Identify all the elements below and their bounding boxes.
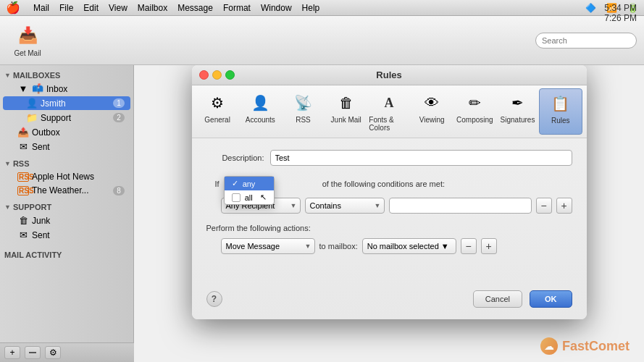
condition-op-arrow: ▼ [375, 202, 381, 209]
minimize-button[interactable] [212, 70, 222, 80]
fastcomet-logo: ☁ [540, 337, 558, 355]
menubar-file[interactable]: File [59, 3, 73, 13]
mailboxes-group[interactable]: ▼ MAILBOXES [0, 68, 133, 81]
sidebar-item-junk[interactable]: 🗑 Junk [3, 214, 130, 227]
remove-mailbox-button[interactable] [25, 346, 41, 359]
mailbox-selector-arrow: ▼ [441, 242, 449, 251]
rss-group[interactable]: ▼ RSS [0, 156, 133, 169]
sidebar-item-inbox[interactable]: ▼ 📫 Inbox [3, 82, 130, 96]
sidebar-item-weather[interactable]: RSS The Weather... 8 [3, 184, 130, 197]
sidebar-item-outbox[interactable]: 📤 Outbox [3, 125, 130, 139]
action-type-arrow: ▼ [305, 243, 311, 250]
dialog-body: Description: If ✓ any [192, 138, 587, 283]
junk-label: Junk [32, 216, 125, 226]
sidebar-item-apple-hot-news[interactable]: RSS Apple Hot News [3, 170, 130, 183]
description-label: Description: [206, 153, 264, 162]
help-button[interactable]: ? [206, 291, 222, 307]
apple-hot-news-label: Apple Hot News [32, 172, 125, 182]
close-button[interactable] [199, 70, 209, 80]
remove-condition-button[interactable]: − [536, 198, 552, 214]
add-action-button[interactable]: + [481, 238, 497, 254]
general-icon: ⚙ [206, 91, 229, 114]
add-mailbox-button[interactable]: + [4, 346, 20, 359]
sidebar-item-sent[interactable]: ✉ Sent [3, 140, 130, 153]
rss-icon: RSS [17, 172, 29, 182]
tab-rss[interactable]: 📡 RSS [282, 88, 325, 135]
mail-activity-header: MAIL ACTIVITY [4, 251, 62, 259]
rss-header: RSS [13, 159, 30, 168]
any-all-dropdown[interactable]: ✓ any all ↖ [224, 176, 275, 205]
cursor-icon: ↖ [260, 193, 267, 202]
jsmith-label: Jsmith [41, 98, 110, 109]
inbox-folder-icon: 📫 [32, 83, 43, 94]
menubar-mailbox[interactable]: Mailbox [138, 3, 167, 13]
get-mail-button[interactable]: 📥 Get Mail [7, 20, 48, 61]
apple-menu-icon[interactable]: 🍎 [6, 1, 20, 14]
add-condition-button[interactable]: + [556, 198, 572, 214]
general-label: General [204, 116, 230, 124]
dialog-toolbar: ⚙ General 👤 Accounts 📡 RSS 🗑 [192, 85, 587, 138]
toolbar: 📥 Get Mail 5:34 PM 7:26 PM [0, 16, 644, 65]
time-display: 5:34 PM 7:26 PM [604, 3, 637, 23]
signatures-label: Signatures [501, 116, 535, 124]
junk-icon: 🗑 [17, 215, 29, 226]
jsmith-badge: 1 [113, 98, 125, 108]
support-section-group[interactable]: ▼ SUPPORT [0, 200, 133, 213]
inbox-label: Inbox [46, 84, 125, 94]
search-input[interactable] [535, 33, 637, 49]
app-body: ▼ MAILBOXES ▼ 📫 Inbox 👤 Jsmith 1 📁 Suppo… [0, 65, 644, 362]
condition-type-arrow: ▼ [290, 202, 297, 209]
tab-viewing[interactable]: 👁 Viewing [411, 88, 453, 135]
fastcomet-logo-symbol: ☁ [544, 340, 554, 352]
tab-signatures[interactable]: ✒ Signatures [496, 88, 539, 135]
actions-label: Perform the following actions: [206, 224, 572, 232]
menubar-view[interactable]: View [109, 3, 127, 13]
maximize-button[interactable] [225, 70, 235, 80]
condition-suffix: of the following conditions are met: [322, 180, 445, 188]
menubar-format[interactable]: Format [223, 3, 251, 13]
action-type-value: Move Message [226, 242, 280, 251]
to-mailbox-label: to mailbox: [319, 242, 358, 251]
accounts-label: Accounts [246, 116, 275, 124]
outbox-icon: 📤 [17, 127, 29, 138]
checkmark-icon: ✓ [232, 179, 238, 188]
tab-fonts-colors[interactable]: A Fonts & Colors [367, 88, 410, 135]
gear-button[interactable]: ⚙ [45, 346, 61, 359]
any-all-dropdown-container: ✓ any all ↖ [224, 176, 267, 192]
menubar-edit[interactable]: Edit [83, 3, 99, 13]
remove-action-button[interactable]: − [461, 238, 477, 254]
support-label: Support [41, 113, 110, 123]
tab-general[interactable]: ⚙ General [196, 88, 239, 135]
weather-rss-icon: RSS [17, 186, 29, 195]
mailbox-selector[interactable]: No mailbox selected ▼ [362, 238, 456, 254]
tab-composing[interactable]: ✏ Composing [453, 88, 496, 135]
sidebar-item-support[interactable]: 📁 Support 2 [3, 111, 130, 125]
menubar: 🍎 Mail File Edit View Mailbox Message Fo… [0, 0, 644, 16]
condition-value-input[interactable] [389, 198, 532, 214]
brand-fast: Fast [562, 339, 589, 353]
ok-button[interactable]: OK [530, 290, 572, 308]
inbox-icon: ▼ [17, 83, 29, 94]
menubar-message[interactable]: Message [177, 3, 213, 13]
support-section-header: SUPPORT [13, 203, 51, 211]
all-option-check [232, 193, 241, 202]
time2: 7:26 PM [604, 13, 637, 23]
action-type-selector[interactable]: Move Message ▼ [221, 238, 315, 254]
tab-junk-mail[interactable]: 🗑 Junk Mail [325, 88, 367, 135]
sent-icon: ✉ [17, 141, 29, 152]
tab-rules[interactable]: 📋 Rules [539, 88, 582, 135]
junk-mail-icon: 🗑 [335, 91, 358, 114]
weather-label: The Weather... [32, 185, 110, 195]
sidebar-item-support-sent[interactable]: ✉ Sent [3, 228, 130, 242]
tab-accounts[interactable]: 👤 Accounts [239, 88, 282, 135]
sidebar-item-jsmith[interactable]: 👤 Jsmith 1 [3, 96, 130, 110]
menubar-help[interactable]: Help [302, 3, 320, 13]
cancel-button[interactable]: Cancel [473, 290, 522, 308]
condition-op-selector[interactable]: Contains ▼ [305, 198, 385, 214]
description-input[interactable] [270, 150, 572, 166]
option-any[interactable]: ✓ any [225, 177, 274, 190]
menubar-mail[interactable]: Mail [33, 3, 49, 13]
rss-arrow: ▼ [4, 160, 11, 167]
menubar-window[interactable]: Window [261, 3, 292, 13]
option-all[interactable]: all ↖ [225, 190, 274, 204]
